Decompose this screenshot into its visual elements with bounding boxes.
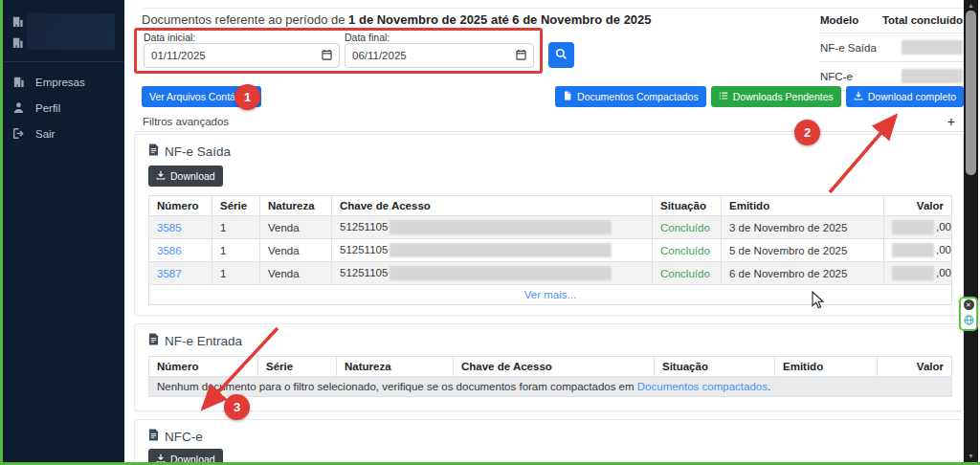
- person-icon: [12, 101, 25, 114]
- col-serie: Série: [212, 196, 260, 216]
- summary-table: Modelo Total concluído NF-e Saída NFC-e: [818, 8, 965, 91]
- scrollbar-thumb[interactable]: [966, 11, 976, 175]
- col-numero: Número: [149, 196, 212, 216]
- summary-col-model: Modelo: [820, 14, 858, 26]
- table-row: 3586 1 Venda 51251105 Concluído 5 de Nov…: [149, 239, 952, 262]
- cell-valor: ,00: [884, 262, 952, 285]
- scroll-up-icon[interactable]: ▲: [964, 2, 978, 9]
- list-icon: [719, 91, 728, 102]
- download-completo-button[interactable]: Download completo: [846, 86, 964, 107]
- ver-mais-link[interactable]: Ver mais...: [524, 289, 576, 300]
- sidebar-item-perfil[interactable]: Perfil: [0, 95, 124, 121]
- summary-row-model: NFC-e: [820, 71, 853, 82]
- calendar-icon[interactable]: [322, 50, 332, 62]
- chave-redacted: [390, 220, 612, 234]
- button-label: Downloads Pendentes: [733, 91, 834, 102]
- capture-border-left: [0, 0, 3, 465]
- page-title: Documentos referente ao período de 1 de …: [142, 12, 652, 27]
- documentos-compactados-link[interactable]: Documentos compactados: [637, 381, 768, 392]
- summary-col-total: Total concluído: [882, 14, 963, 26]
- cell-valor: ,00: [884, 216, 952, 239]
- sidebar: Empresas Perfil Sair: [0, 0, 124, 465]
- period-range: 1 de Novembro de 2025 até 6 de Novembro …: [348, 12, 651, 27]
- annotation-step-3: 3: [224, 394, 250, 420]
- col-situacao: Situação: [655, 357, 775, 377]
- col-natureza: Natureza: [260, 196, 332, 216]
- button-label: Documentos Compactados: [577, 91, 699, 102]
- building-icon: [12, 76, 25, 88]
- col-numero: Número: [149, 357, 258, 377]
- date-start-input[interactable]: [151, 50, 322, 61]
- sidebar-item-sair[interactable]: Sair: [0, 121, 124, 146]
- section-title-text: NF-e Saída: [165, 144, 231, 159]
- downloads-pendentes-button[interactable]: Downloads Pendentes: [711, 86, 841, 107]
- translate-widget[interactable]: ✕: [959, 297, 978, 331]
- building-icon: [11, 36, 24, 49]
- app-root: Empresas Perfil Sair Documentos referent…: [0, 0, 980, 465]
- nfe-saida-download-button[interactable]: Download: [148, 166, 223, 187]
- table-row: 3585 1 Venda 51251105 Concluído 3 de Nov…: [149, 216, 952, 239]
- nfe-saida-title: NF-e Saída: [135, 135, 963, 159]
- cell-emitido: 6 de Novembro de 2025: [722, 262, 884, 285]
- valor-redacted: [892, 266, 934, 280]
- company-selector[interactable]: [0, 11, 124, 55]
- nfe-number-link[interactable]: 3586: [157, 245, 182, 256]
- search-button[interactable]: [548, 42, 574, 68]
- date-start-label: Data inicial:: [144, 32, 195, 43]
- date-end-input[interactable]: [352, 50, 516, 61]
- nfe-saida-section: NF-e Saída Download Número Série Naturez…: [134, 134, 964, 316]
- documentos-compactados-button[interactable]: Documentos Compactados: [555, 86, 706, 107]
- col-natureza: Natureza: [337, 357, 454, 377]
- period-prefix: Documentos referente ao período de: [142, 12, 348, 27]
- table-header-row: Número Série Natureza Chave de Acesso Si…: [149, 196, 952, 216]
- cell-chave: 51251105: [332, 216, 653, 239]
- summary-total-redacted: [902, 69, 963, 83]
- col-chave: Chave de Acesso: [454, 357, 655, 377]
- toolbar-right: Documentos Compactados Downloads Pendent…: [555, 86, 964, 107]
- globe-icon[interactable]: [964, 312, 974, 329]
- empty-row: Nenhum documento para o filtro seleciona…: [149, 377, 952, 397]
- cell-valor: ,00: [884, 239, 952, 262]
- cell-serie: 1: [212, 262, 260, 285]
- status-badge: Concluído: [660, 222, 710, 233]
- col-serie: Série: [258, 357, 337, 377]
- sidebar-divider: [0, 61, 124, 62]
- calendar-icon[interactable]: [516, 50, 526, 62]
- nfe-saida-table: Número Série Natureza Chave de Acesso Si…: [148, 195, 952, 305]
- expand-plus-icon[interactable]: +: [947, 115, 955, 128]
- cell-natureza: Venda: [260, 216, 332, 239]
- col-valor: Valor: [884, 196, 952, 216]
- document-icon: [148, 144, 159, 159]
- cell-chave: 51251105: [332, 239, 653, 262]
- col-emitido: Emitido: [722, 196, 884, 216]
- ver-mais-row: Ver mais...: [149, 285, 952, 305]
- document-icon: [148, 429, 159, 444]
- empty-message: Nenhum documento para o filtro seleciona…: [149, 377, 952, 397]
- file-icon: [563, 91, 572, 102]
- building-icon: [11, 15, 24, 28]
- summary-row-model: NF-e Saída: [820, 42, 877, 54]
- sidebar-item-empresas[interactable]: Empresas: [0, 69, 124, 95]
- close-icon[interactable]: ✕: [964, 299, 974, 310]
- nfe-number-link[interactable]: 3585: [157, 222, 182, 233]
- search-icon: [555, 48, 568, 63]
- nfe-number-link[interactable]: 3587: [157, 268, 182, 279]
- cell-serie: 1: [212, 216, 260, 239]
- download-icon: [854, 91, 863, 102]
- filtros-avancados-bar[interactable]: Filtros avançados +: [134, 111, 964, 132]
- col-valor: Valor: [878, 357, 952, 377]
- section-title-text: NF-e Entrada: [165, 334, 242, 348]
- scroll-down-icon[interactable]: ▼: [964, 453, 978, 459]
- cell-serie: 1: [212, 239, 260, 262]
- button-label: Download: [170, 170, 215, 182]
- valor-redacted: [892, 243, 934, 257]
- annotation-step-1: 1: [234, 84, 260, 110]
- scrollbar[interactable]: ▲ ▼: [964, 0, 978, 465]
- main-content: Documentos referente ao período de 1 de …: [124, 0, 980, 465]
- nfce-section: NFC-e Download: [134, 419, 964, 465]
- nfce-title: NFC-e: [135, 420, 963, 444]
- sidebar-item-label: Sair: [35, 128, 55, 140]
- nfe-entrada-title: NF-e Entrada: [135, 324, 963, 348]
- annotation-step-2: 2: [794, 120, 820, 145]
- table-row: 3587 1 Venda 51251105 Concluído 6 de Nov…: [149, 262, 952, 285]
